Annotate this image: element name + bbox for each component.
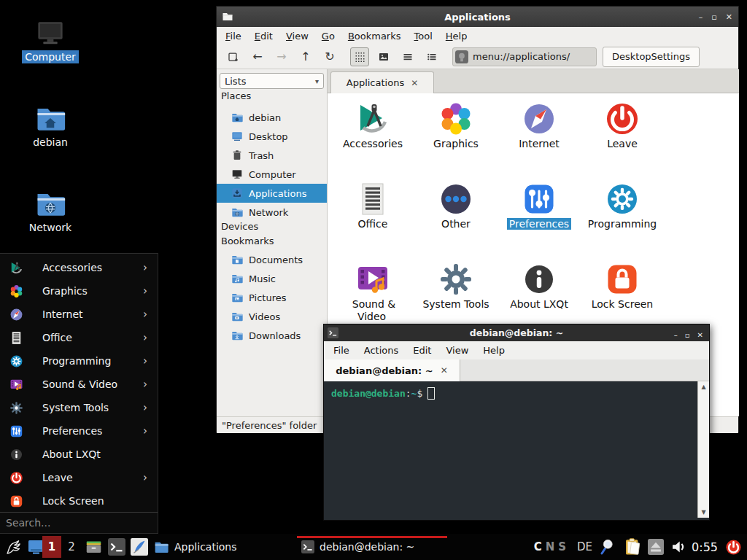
sidebar-item-downloads[interactable]: Downloads — [217, 326, 327, 345]
minimize-button[interactable]: – — [699, 12, 703, 22]
menu-actions[interactable]: Actions — [364, 345, 399, 356]
desktop-icon-computer[interactable]: Computer — [19, 18, 82, 63]
fm-menubar: File Edit View Go Bookmarks Tool Help — [217, 27, 738, 44]
menu-view[interactable]: View — [446, 345, 468, 356]
menu-help[interactable]: Help — [446, 31, 468, 42]
category-office[interactable]: Office — [331, 177, 414, 256]
scroll-down-icon[interactable]: ▼ — [699, 509, 708, 516]
menu-file[interactable]: File — [225, 31, 241, 42]
new-tab-button[interactable] — [224, 47, 243, 66]
sidebar-item-debian[interactable]: debian — [217, 108, 327, 127]
scroll-up-icon[interactable]: ▲ — [699, 384, 708, 390]
chevron-down-icon: ▾ — [315, 77, 319, 85]
menu-item-about-lxqt[interactable]: About LXQt — [0, 443, 158, 466]
icon-view-button[interactable] — [350, 47, 369, 66]
menu-item-internet[interactable]: Internet › — [0, 303, 158, 326]
fm-sidebar: Lists ▾ Places debian Desktop Trash Comp… — [217, 69, 328, 416]
terminal-output[interactable]: debian@debian:~$ — [325, 381, 697, 518]
sidebar-item-computer[interactable]: Computer — [217, 165, 327, 184]
desktop-icon-label: Computer — [22, 50, 79, 63]
detailed-view-button[interactable] — [422, 47, 441, 66]
task-button-terminal[interactable]: debian@debian: ~ — [297, 534, 447, 560]
tab-applications[interactable]: Applications ✕ — [330, 71, 434, 93]
tab-close-icon[interactable]: ✕ — [411, 78, 418, 88]
tab-close-icon[interactable]: ✕ — [441, 365, 448, 376]
menu-item-leave[interactable]: Leave › — [0, 466, 158, 489]
close-button[interactable]: ✕ — [726, 12, 732, 22]
menu-bookmarks[interactable]: Bookmarks — [348, 31, 401, 42]
menu-item-system-tools[interactable]: System Tools › — [0, 396, 158, 419]
tab-debian[interactable]: debian@debian: ~ ✕ — [324, 359, 460, 381]
menu-search-input[interactable]: Search... — [0, 512, 158, 533]
sidebar-item-documents[interactable]: Documents — [217, 250, 327, 269]
menu-item-lock-screen[interactable]: Lock Screen — [0, 489, 158, 513]
address-bar[interactable]: menu://applications/ — [452, 47, 597, 66]
back-button[interactable]: ← — [248, 47, 267, 66]
sidebar-item-trash[interactable]: Trash — [217, 146, 327, 165]
clipboard-tray-icon[interactable] — [623, 537, 642, 556]
category-preferences[interactable]: Preferences — [498, 177, 581, 256]
category-accessories[interactable]: Accessories — [331, 97, 414, 176]
workspace-1-button[interactable]: 1 — [42, 536, 61, 558]
keyboard-layout-indicator[interactable]: DE — [577, 540, 592, 553]
main-menu-button[interactable] — [4, 537, 23, 556]
desktop-settings-button[interactable]: DesktopSettings — [603, 47, 700, 67]
terminal-launcher[interactable] — [108, 538, 125, 556]
maximize-button[interactable]: ▫ — [711, 12, 716, 22]
file-manager-launcher[interactable] — [85, 538, 103, 556]
sidebar-item-pictures[interactable]: Pictures — [217, 288, 327, 307]
menu-item-accessories[interactable]: Accessories › — [0, 256, 158, 279]
compact-view-button[interactable] — [398, 47, 417, 66]
volume-icon[interactable] — [671, 539, 687, 555]
category-programming[interactable]: Programming — [581, 177, 664, 256]
desktop-icon-network[interactable]: Network — [19, 188, 82, 234]
menu-item-programming[interactable]: Programming › — [0, 349, 158, 373]
category-internet[interactable]: Internet — [498, 97, 581, 176]
category-leave[interactable]: Leave — [581, 97, 664, 176]
category-other[interactable]: Other — [414, 177, 498, 256]
menu-item-office[interactable]: Office › — [0, 326, 158, 349]
forward-button[interactable]: → — [272, 47, 291, 66]
menu-go[interactable]: Go — [322, 31, 335, 42]
minimize-button[interactable]: – — [674, 331, 678, 339]
terminal-scrollbar[interactable]: ▲ ▼ — [697, 381, 709, 518]
menu-help[interactable]: Help — [483, 345, 505, 356]
thumbnail-view-button[interactable] — [374, 47, 393, 66]
menu-edit[interactable]: Edit — [255, 31, 273, 42]
menu-item-sound-video[interactable]: Sound & Video › — [0, 373, 158, 396]
preferences-icon — [9, 424, 23, 438]
text-editor-launcher[interactable] — [131, 538, 148, 556]
fm-titlebar[interactable]: Applications – ▫ ✕ — [217, 7, 738, 27]
sidebar-item-applications[interactable]: Applications — [217, 184, 327, 203]
menu-item-preferences[interactable]: Preferences › — [0, 419, 158, 443]
task-button-applications[interactable]: Applications — [153, 534, 292, 560]
sidebar-item-videos[interactable]: Videos — [217, 307, 327, 326]
close-button[interactable]: ✕ — [697, 331, 703, 339]
screenshot-tray-icon[interactable] — [600, 538, 617, 556]
chevron-right-icon: › — [143, 471, 147, 484]
refresh-button[interactable]: ↻ — [320, 47, 339, 66]
menu-edit[interactable]: Edit — [413, 345, 431, 356]
sidebar-mode-select[interactable]: Lists ▾ — [220, 73, 324, 89]
sidebar-item-music[interactable]: Music — [217, 269, 327, 288]
workspace-2-button[interactable]: 2 — [64, 536, 79, 558]
menu-file[interactable]: File — [333, 345, 349, 356]
removable-media-icon[interactable] — [648, 539, 664, 555]
chevron-right-icon: › — [143, 424, 147, 438]
menu-item-graphics[interactable]: Graphics › — [0, 279, 158, 303]
sidebar-item-desktop[interactable]: Desktop — [217, 127, 327, 146]
other-icon — [438, 182, 473, 217]
chevron-right-icon: › — [143, 354, 147, 368]
sidebar-item-network[interactable]: Network — [217, 203, 327, 222]
places-header: Places — [221, 90, 251, 102]
up-button[interactable]: ↑ — [296, 47, 315, 66]
category-graphics[interactable]: Graphics — [414, 97, 498, 176]
power-button[interactable] — [725, 539, 742, 556]
desktop-icon-debian[interactable]: debian — [19, 103, 82, 149]
menu-tool[interactable]: Tool — [414, 31, 433, 42]
terminal-titlebar[interactable]: debian@debian: ~ – ▫ ✕ — [324, 324, 709, 341]
menu-view[interactable]: View — [286, 31, 309, 42]
graphics-icon — [9, 284, 23, 298]
maximize-button[interactable]: ▫ — [685, 331, 690, 339]
clock[interactable]: 0:55 — [692, 540, 718, 554]
